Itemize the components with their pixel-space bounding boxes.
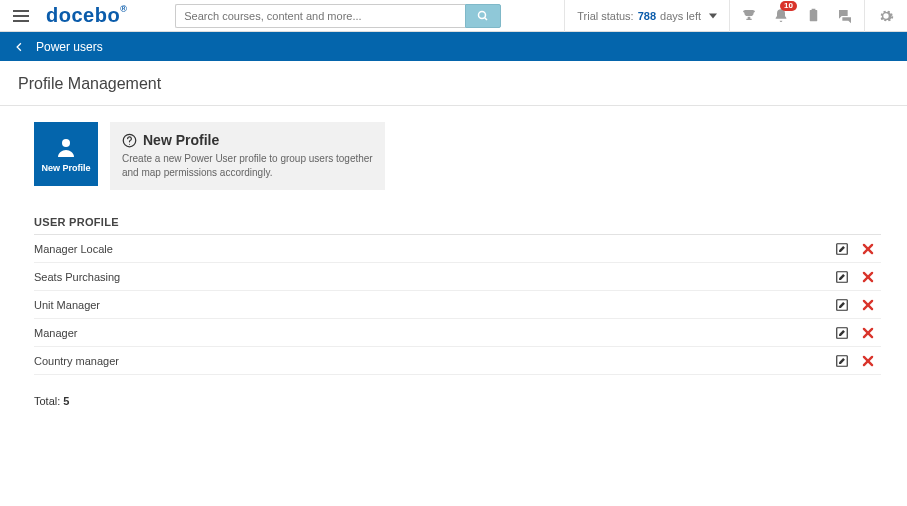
svg-point-4 bbox=[129, 143, 130, 144]
edit-button[interactable] bbox=[829, 326, 855, 340]
trial-days: 788 bbox=[638, 10, 656, 22]
section-heading: USER PROFILE bbox=[34, 216, 881, 235]
settings-button[interactable] bbox=[865, 0, 907, 32]
delete-button[interactable] bbox=[855, 242, 881, 256]
new-profile-tile[interactable]: New Profile bbox=[34, 122, 98, 186]
trial-status[interactable]: Trial status: 788 days left bbox=[564, 0, 729, 32]
hamburger-menu-button[interactable] bbox=[0, 0, 42, 32]
profile-row: Manager Locale bbox=[34, 235, 881, 263]
new-profile-tile-label: New Profile bbox=[41, 163, 90, 173]
edit-button[interactable] bbox=[829, 242, 855, 256]
clipboard-icon[interactable] bbox=[804, 7, 822, 25]
delete-icon bbox=[861, 270, 875, 284]
edit-icon bbox=[835, 270, 849, 284]
total-label: Total: bbox=[34, 395, 60, 407]
search-button[interactable] bbox=[465, 4, 501, 28]
edit-icon bbox=[835, 354, 849, 368]
total-number: 5 bbox=[63, 395, 69, 407]
delete-button[interactable] bbox=[855, 326, 881, 340]
new-profile-info: New Profile Create a new Power User prof… bbox=[110, 122, 385, 190]
edit-icon bbox=[835, 326, 849, 340]
profile-name: Country manager bbox=[34, 355, 829, 367]
edit-button[interactable] bbox=[829, 354, 855, 368]
bell-icon[interactable]: 10 bbox=[772, 7, 790, 25]
profile-row: Manager bbox=[34, 319, 881, 347]
person-icon bbox=[54, 135, 78, 159]
profile-name: Seats Purchasing bbox=[34, 271, 829, 283]
topbar-icons: 10 bbox=[729, 0, 865, 32]
delete-icon bbox=[861, 242, 875, 256]
new-profile-row: New Profile New Profile Create a new Pow… bbox=[34, 122, 881, 190]
trial-suffix: days left bbox=[660, 10, 701, 22]
chevron-left-icon bbox=[14, 42, 24, 52]
profile-name: Manager Locale bbox=[34, 243, 829, 255]
new-profile-heading: New Profile bbox=[143, 132, 219, 148]
delete-button[interactable] bbox=[855, 298, 881, 312]
profile-name: Unit Manager bbox=[34, 299, 829, 311]
profile-name: Manager bbox=[34, 327, 829, 339]
profile-row: Country manager bbox=[34, 347, 881, 375]
svg-point-0 bbox=[479, 11, 486, 18]
top-bar: docebo® Trial status: 788 days left 10 bbox=[0, 0, 907, 32]
trophy-icon[interactable] bbox=[740, 7, 758, 25]
trial-prefix: Trial status: bbox=[577, 10, 633, 22]
brand-logo[interactable]: docebo® bbox=[42, 4, 135, 27]
help-icon[interactable] bbox=[122, 133, 137, 148]
delete-icon bbox=[861, 298, 875, 312]
new-profile-description: Create a new Power User profile to group… bbox=[122, 152, 373, 180]
notification-badge: 10 bbox=[780, 1, 797, 11]
page-title: Profile Management bbox=[0, 61, 907, 106]
profile-row: Seats Purchasing bbox=[34, 263, 881, 291]
back-button[interactable] bbox=[10, 38, 28, 56]
delete-button[interactable] bbox=[855, 354, 881, 368]
svg-line-1 bbox=[485, 17, 488, 20]
edit-icon bbox=[835, 298, 849, 312]
svg-point-2 bbox=[62, 139, 70, 147]
delete-icon bbox=[861, 354, 875, 368]
caret-down-icon bbox=[709, 13, 717, 19]
breadcrumb-label[interactable]: Power users bbox=[36, 40, 103, 54]
search-wrap bbox=[175, 4, 501, 28]
edit-button[interactable] bbox=[829, 298, 855, 312]
search-input[interactable] bbox=[175, 4, 465, 28]
content-scroll: New Profile New Profile Create a new Pow… bbox=[0, 108, 907, 506]
chat-icon[interactable] bbox=[836, 7, 854, 25]
delete-icon bbox=[861, 326, 875, 340]
registered-mark: ® bbox=[120, 4, 127, 14]
brand-text: docebo bbox=[46, 4, 120, 26]
profile-row: Unit Manager bbox=[34, 291, 881, 319]
delete-button[interactable] bbox=[855, 270, 881, 284]
edit-icon bbox=[835, 242, 849, 256]
search-icon bbox=[477, 10, 489, 22]
breadcrumb-bar: Power users bbox=[0, 32, 907, 61]
edit-button[interactable] bbox=[829, 270, 855, 284]
gear-icon bbox=[878, 8, 894, 24]
total-count: Total: 5 bbox=[34, 395, 881, 407]
